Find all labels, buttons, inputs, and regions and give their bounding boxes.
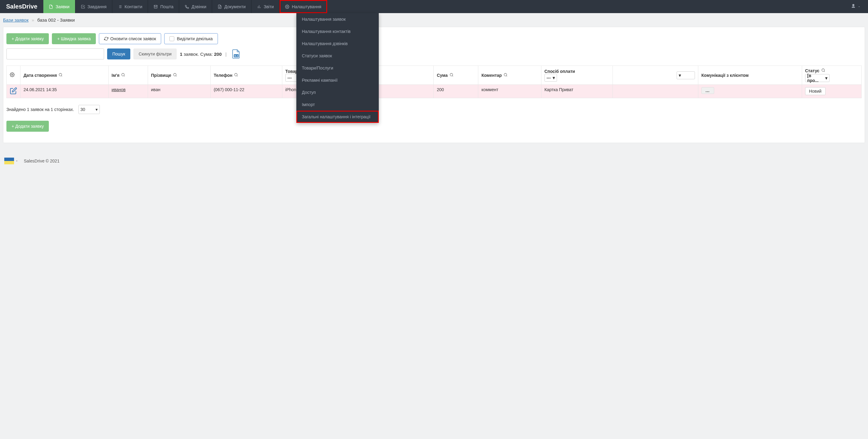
svg-point-29 <box>822 69 825 72</box>
nav-reports[interactable]: Звіти <box>251 0 280 13</box>
col-sum-label: Сума <box>437 73 448 78</box>
edit-cell <box>7 85 21 98</box>
nav-label: Налаштування <box>292 4 321 9</box>
col-gear[interactable] <box>7 66 21 85</box>
nav-tasks[interactable]: Завдання <box>75 0 113 13</box>
breadcrumb-separator: » <box>32 18 34 23</box>
col-payment[interactable]: Спосіб оплати ---▾ <box>541 66 613 85</box>
gear-icon <box>285 5 289 9</box>
search-input[interactable] <box>6 48 104 60</box>
nav-mail[interactable]: Пошта <box>148 0 179 13</box>
search-icon <box>234 73 238 78</box>
dropdown-item-import[interactable]: Імпорт <box>296 98 379 111</box>
col-lastname[interactable]: Прізвище <box>148 66 210 85</box>
hidden-filter-select[interactable]: ▾ <box>677 71 695 79</box>
check-square-icon <box>81 5 85 9</box>
refresh-list-button[interactable]: Оновити список заявок <box>99 33 161 44</box>
select-multiple-button[interactable]: Виділити декілька <box>164 33 218 44</box>
refresh-label: Оновити список заявок <box>110 36 156 41</box>
result-count: 1 <box>180 52 182 57</box>
list-icon <box>118 5 122 9</box>
bar-chart-icon <box>257 5 261 9</box>
svg-line-22 <box>237 76 238 76</box>
col-comment[interactable]: Коментар <box>478 66 541 85</box>
dropdown-item-requests-settings[interactable]: Налаштування заявок <box>296 13 379 25</box>
dropdown-item-statuses[interactable]: Статуси заявок <box>296 50 379 62</box>
dropdown-item-products[interactable]: Товари/Послуги <box>296 62 379 74</box>
firstname-link[interactable]: иванов <box>112 87 126 92</box>
checkbox-icon <box>169 36 174 41</box>
reset-filters-button[interactable]: Скинути фільтри <box>133 48 177 60</box>
status-filter-select[interactable]: [в про...▾ <box>805 74 830 82</box>
dropdown-item-general-integrations[interactable]: Загальні налаштування і інтеграції <box>296 111 379 123</box>
file-icon <box>49 5 53 9</box>
nav-label: Звіти <box>264 4 274 9</box>
nav-settings[interactable]: Налаштування <box>280 0 327 13</box>
col-firstname[interactable]: Ім'я <box>108 66 148 85</box>
quick-request-button[interactable]: + Швидка заявка <box>52 33 96 44</box>
col-status[interactable]: Статус [в про...▾ <box>802 66 861 85</box>
communications-dots[interactable]: … <box>701 87 714 94</box>
bottom-buttons: + Додати заявку <box>6 121 862 132</box>
pagination-found: Знайдено 1 заявок на 1 сторінках. <box>6 107 74 112</box>
edit-icon[interactable] <box>10 87 17 95</box>
page-footer: SalesDrive © 2021 <box>0 149 868 173</box>
add-request-button-bottom[interactable]: + Додати заявку <box>6 121 49 132</box>
col-sum[interactable]: Сума <box>434 66 478 85</box>
dropdown-item-calls-settings[interactable]: Налаштування дзвінків <box>296 37 379 50</box>
col-phone[interactable]: Телефон <box>211 66 282 85</box>
nav-label: Завдання <box>88 4 107 9</box>
refresh-icon <box>104 37 108 41</box>
nav-label: Дзвінки <box>191 4 206 9</box>
svg-line-20 <box>176 76 177 76</box>
add-request-button[interactable]: + Додати заявку <box>6 33 49 44</box>
payment-filter-select[interactable]: ---▾ <box>545 74 557 82</box>
gear-icon <box>10 73 14 78</box>
col-date-label: Дата створення <box>24 73 57 78</box>
cell-date: 24.06.2021 14:35 <box>21 85 108 98</box>
svg-point-19 <box>174 73 177 76</box>
svg-text:XLS: XLS <box>235 55 239 57</box>
result-mid: заявок. Сума: <box>183 52 214 57</box>
requests-table: Дата створення Ім'я Прізвище Телефон Тов… <box>6 66 862 98</box>
search-icon <box>121 73 125 78</box>
per-page-select[interactable]: 30 ▾ <box>79 105 100 114</box>
nav-contacts[interactable]: Контакти <box>112 0 148 13</box>
dropdown-item-contacts-settings[interactable]: Налаштування контактів <box>296 25 379 37</box>
export-xls-icon[interactable]: XLS <box>232 49 240 59</box>
nav-label: Контакти <box>125 4 142 9</box>
col-communications[interactable]: Комунікації з клієнтом <box>698 66 802 85</box>
search-icon <box>59 73 63 78</box>
pipe-separator: | <box>225 52 226 57</box>
toolbar-row-1: + Додати заявку + Швидка заявка Оновити … <box>6 33 862 44</box>
result-meta: 1 заявок. Сума: 200 | <box>180 52 229 57</box>
svg-line-26 <box>452 76 453 76</box>
dropdown-item-access[interactable]: Доступ <box>296 86 379 98</box>
dropdown-item-campaigns[interactable]: Рекламні кампанії <box>296 74 379 86</box>
chevron-down-icon: ▾ <box>679 73 681 78</box>
search-icon <box>450 73 454 78</box>
svg-line-28 <box>506 76 507 76</box>
nav-requests[interactable]: Заявки <box>43 0 75 13</box>
breadcrumb: Бази заявок » база 002 - Заявки <box>0 13 868 27</box>
top-nav: SalesDrive Заявки Завдання Контакти Пошт… <box>0 0 868 13</box>
nav-documents[interactable]: Документи <box>212 0 251 13</box>
col-firstname-label: Ім'я <box>112 73 120 78</box>
cell-communications: … <box>698 85 802 98</box>
mail-icon <box>154 5 158 9</box>
user-menu[interactable] <box>845 0 868 13</box>
col-hidden-under-dropdown: ▾ <box>613 66 698 85</box>
status-badge[interactable]: Новий <box>805 87 826 95</box>
language-selector[interactable] <box>4 158 18 164</box>
breadcrumb-root[interactable]: Бази заявок <box>3 18 29 23</box>
chevron-down-icon: ▾ <box>96 107 98 112</box>
search-button[interactable]: Пошук <box>107 48 130 60</box>
breadcrumb-current: база 002 - Заявки <box>37 18 75 23</box>
status-filter-value: [в про... <box>807 73 824 83</box>
search-icon <box>504 73 507 78</box>
file-text-icon <box>218 5 222 9</box>
nav-calls[interactable]: Дзвінки <box>179 0 212 13</box>
flag-icon <box>4 158 14 164</box>
col-date[interactable]: Дата створення <box>21 66 108 85</box>
svg-line-30 <box>824 71 825 72</box>
